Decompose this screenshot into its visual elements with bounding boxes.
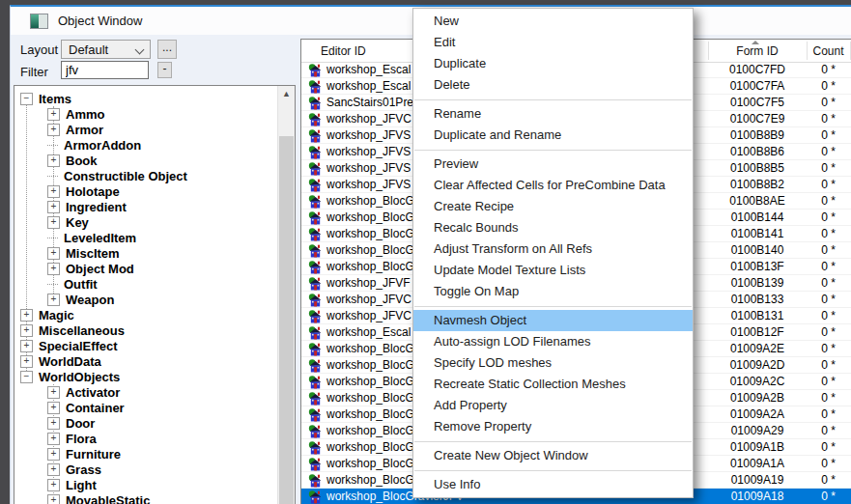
tree-item-activator[interactable]: +Activator [14, 384, 278, 400]
tree-item-holotape[interactable]: +Holotape [14, 183, 278, 199]
tree-item-label: Weapon [66, 293, 114, 307]
tree-item-items[interactable]: −Items [14, 91, 278, 106]
static-object-icon [308, 309, 323, 323]
filter-input[interactable] [61, 61, 149, 79]
menu-item-delete[interactable]: Delete [413, 74, 693, 96]
menu-item-clear-affected-cells-for-precombine-data[interactable]: Clear Affected Cells for PreCombine Data [413, 175, 693, 196]
static-object-icon [308, 128, 323, 143]
expand-icon[interactable]: + [47, 108, 60, 121]
column-header-form-id[interactable]: Form ID [708, 44, 807, 58]
menu-item-recalc-bounds[interactable]: Recalc Bounds [413, 217, 693, 238]
tree-item-book[interactable]: +Book [14, 153, 278, 168]
menu-item-navmesh-object[interactable]: Navmesh Object [413, 310, 693, 331]
tree-item-light[interactable]: +Light [14, 477, 278, 492]
menu-item-duplicate-and-rename[interactable]: Duplicate and Rename [413, 125, 693, 146]
tree-item-object-mod[interactable]: +Object Mod [14, 261, 278, 276]
expand-icon[interactable]: + [47, 479, 60, 491]
tree-item-key[interactable]: +Key [14, 214, 278, 230]
collapse-icon[interactable]: − [20, 371, 33, 383]
static-object-icon [308, 145, 323, 159]
tree-item-furniture[interactable]: +Furniture [14, 446, 278, 462]
menu-separator [414, 306, 692, 307]
filter-clear-button[interactable]: - [157, 62, 172, 78]
tree-item-container[interactable]: +Container [14, 400, 278, 415]
tree-connector [47, 238, 58, 238]
static-object-icon [308, 391, 323, 406]
menu-item-new[interactable]: New [413, 11, 693, 32]
menu-item-toggle-on-map[interactable]: Toggle On Map [413, 281, 693, 302]
editor-id-cell: workshop_JFVC [326, 309, 411, 322]
tree-item-weapon[interactable]: +Weapon [14, 292, 278, 307]
menu-item-specify-lod-meshes[interactable]: Specify LOD meshes [413, 352, 693, 374]
count-cell: 0 * [807, 325, 850, 339]
menu-item-use-info[interactable]: Use Info [413, 474, 693, 495]
tree-item-flora[interactable]: +Flora [14, 431, 278, 446]
expand-icon[interactable]: + [47, 263, 60, 275]
expand-icon[interactable]: + [47, 247, 60, 260]
form-id-cell: 0100B8B2 [708, 178, 807, 191]
static-object-icon [308, 424, 323, 438]
tree-item-leveleditem[interactable]: LeveledItem [14, 230, 278, 245]
column-divider[interactable] [708, 42, 709, 60]
layout-more-button[interactable]: ... [157, 40, 177, 59]
menu-item-update-model-texture-lists[interactable]: Update Model Texture Lists [413, 260, 693, 281]
tree-item-miscitem[interactable]: +MiscItem [14, 245, 278, 261]
menu-item-edit[interactable]: Edit [413, 32, 693, 53]
column-header-count[interactable]: Count [807, 44, 850, 58]
menu-item-remove-property[interactable]: Remove Property [413, 416, 693, 437]
static-object-icon [308, 407, 323, 422]
expand-icon[interactable]: + [20, 340, 33, 352]
layout-dropdown[interactable]: Default [61, 40, 151, 59]
expand-icon[interactable]: + [47, 201, 60, 213]
expand-icon[interactable]: + [47, 294, 60, 306]
expand-icon[interactable]: + [47, 185, 60, 198]
menu-item-create-recipe[interactable]: Create Recipe [413, 196, 693, 217]
menu-item-create-new-object-window[interactable]: Create New Object Window [413, 445, 693, 466]
tree-item-door[interactable]: +Door [14, 415, 278, 431]
column-header-editor-id[interactable]: Editor ID [321, 44, 366, 58]
tree-item-magic[interactable]: +Magic [14, 307, 278, 322]
column-divider[interactable] [807, 42, 808, 60]
expand-icon[interactable]: + [20, 355, 33, 368]
tree-item-outfit[interactable]: Outfit [14, 276, 278, 292]
context-menu: NewEditDuplicateDeleteRenameDuplicate an… [412, 8, 694, 498]
tree-item-specialeffect[interactable]: +SpecialEffect [14, 338, 278, 353]
expand-icon[interactable]: + [47, 448, 60, 461]
scroll-up-icon[interactable]: ▲ [278, 86, 295, 102]
expand-icon[interactable]: + [47, 216, 60, 229]
editor-id-cell: workshop_BlocG [326, 375, 414, 388]
menu-item-recreate-static-collection-meshes[interactable]: Recreate Static Collection Meshes [413, 374, 693, 395]
scrollbar-thumb[interactable] [279, 136, 294, 504]
tree-item-ingredient[interactable]: +Ingredient [14, 199, 278, 214]
expand-icon[interactable]: + [47, 463, 60, 476]
tree-item-label: Furniture [66, 447, 121, 462]
tree-item-miscellaneous[interactable]: +Miscellaneous [14, 322, 278, 338]
menu-item-adjust-transform-on-all-refs[interactable]: Adjust Transform on All Refs [413, 238, 693, 260]
expand-icon[interactable]: + [47, 494, 60, 504]
tree-item-worlddata[interactable]: +WorldData [14, 353, 278, 369]
tree-item-worldobjects[interactable]: −WorldObjects [14, 369, 278, 384]
tree-item-armoraddon[interactable]: ArmorAddon [14, 137, 278, 153]
tree-item-ammo[interactable]: +Ammo [14, 106, 278, 122]
form-id-cell: 01009A2E [708, 342, 807, 355]
menu-item-auto-assign-lod-filenames[interactable]: Auto-assign LOD Filenames [413, 331, 693, 352]
expand-icon[interactable]: + [20, 309, 33, 322]
tree-item-constructible-object[interactable]: Constructible Object [14, 168, 278, 183]
tree-item-grass[interactable]: +Grass [14, 462, 278, 477]
expand-icon[interactable]: + [47, 402, 60, 414]
menu-item-rename[interactable]: Rename [413, 103, 693, 125]
expand-icon[interactable]: + [47, 433, 60, 445]
expand-icon[interactable]: + [47, 124, 60, 136]
menu-item-duplicate[interactable]: Duplicate [413, 53, 693, 74]
collapse-icon[interactable]: − [20, 93, 33, 105]
expand-icon[interactable]: + [47, 386, 60, 399]
menu-item-add-property[interactable]: Add Property [413, 395, 693, 416]
expand-icon[interactable]: + [47, 154, 60, 167]
tree-item-movablestatic[interactable]: +MovableStatic [14, 492, 278, 504]
tree-item-armor[interactable]: +Armor [14, 122, 278, 137]
expand-icon[interactable]: + [20, 324, 33, 337]
tree-scrollbar[interactable]: ▲ [277, 86, 295, 504]
expand-icon[interactable]: + [47, 417, 60, 430]
menu-item-preview[interactable]: Preview [413, 154, 693, 175]
static-object-icon [308, 342, 323, 356]
